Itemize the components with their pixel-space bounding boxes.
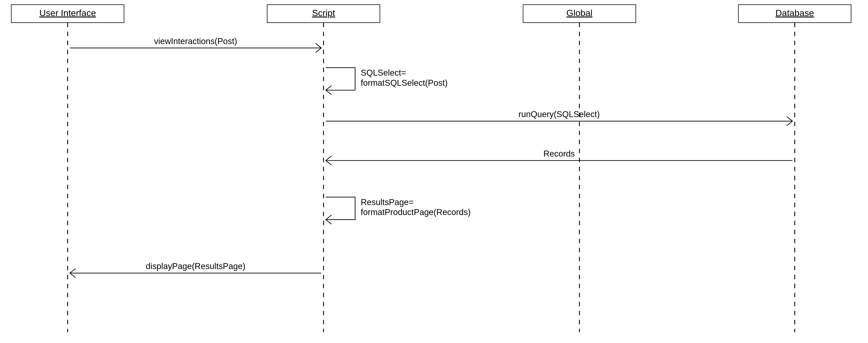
message-label-records: Records: [543, 149, 575, 159]
participant-label-global: Global: [566, 8, 592, 18]
message-format-sql-select: SQLSelect= formatSQLSelect(Post): [326, 68, 448, 95]
message-label-display-page: displayPage(ResultsPage): [146, 262, 245, 271]
participant-user-interface: User Interface: [11, 5, 124, 332]
message-label-results-page-line2: formatProductPage(Records): [361, 208, 471, 217]
message-view-interactions: viewInteractions(Post): [70, 36, 321, 53]
message-run-query: runQuery(SQLSelect): [326, 109, 793, 126]
message-label-results-page-line1: ResultsPage=: [361, 198, 413, 207]
participant-label-script: Script: [312, 8, 335, 18]
participant-script: Script: [267, 5, 380, 332]
participant-global: Global: [523, 5, 636, 332]
participant-database: Database: [738, 5, 851, 332]
message-label-run-query: runQuery(SQLSelect): [519, 109, 600, 119]
message-display-page: displayPage(ResultsPage): [70, 262, 321, 278]
message-records: Records: [326, 149, 793, 165]
sequence-diagram: User Interface Script Global Database vi…: [0, 0, 868, 343]
participant-label-database: Database: [775, 8, 814, 18]
participant-label-user-interface: User Interface: [39, 8, 96, 18]
message-label-sql-select-line2: formatSQLSelect(Post): [361, 78, 448, 88]
message-label-view-interactions: viewInteractions(Post): [154, 36, 237, 46]
message-format-product-page: ResultsPage= formatProductPage(Records): [326, 197, 471, 224]
message-label-sql-select-line1: SQLSelect=: [361, 68, 406, 77]
